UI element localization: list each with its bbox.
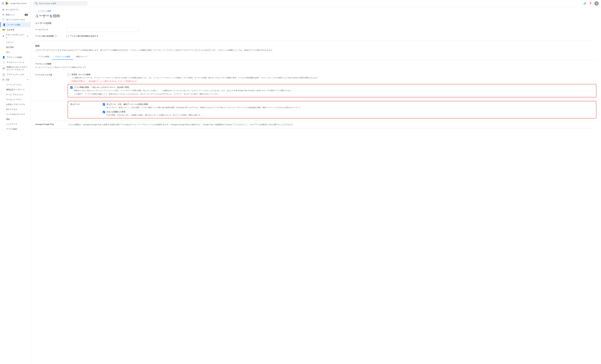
topbar-actions: 🔗 ❓ A xyxy=(583,1,599,6)
highlighted-permissions-box: アプリ情報の閲覧、一括レポートのダウンロード（読み取り専用） 関連付けられた P… xyxy=(68,84,596,97)
access-expiry-checkbox-label: アクセス権の有効期限を設定する xyxy=(70,35,98,38)
order-management-permission-text: 注文と定期購入の管理 注文の閲覧、注文の払い戻し、定期購入の解約。累計売上レポー… xyxy=(107,110,202,116)
sidebar-item-account-detail[interactable]: 👤 アカウントの詳細 xyxy=(0,55,30,60)
order-management-checkbox[interactable] xyxy=(103,111,105,113)
sidebar-item-policy[interactable]: 🛡 ポリシーのステータス xyxy=(0,17,30,22)
help-icon[interactable]: ? xyxy=(55,35,57,37)
app-info-checkbox[interactable] xyxy=(70,86,73,89)
app-access-label: アプリのアクセス権 xyxy=(35,73,64,76)
sidebar-item-label: アクティビティ ログ xyxy=(7,73,24,76)
admin-permission-title: 管理者（すべての権限） xyxy=(71,73,319,76)
user-icon: 👤 xyxy=(3,23,6,26)
sidebar-item-linked-accounts[interactable]: 🔗 関連付けられているデベロッパー アカウント xyxy=(0,65,30,72)
sidebar-item-label: デベロッパー ページ xyxy=(7,61,24,64)
link-icon: 🔗 xyxy=(2,67,5,70)
breadcrumb-arrow: ← xyxy=(35,10,37,12)
sidebar: ☰ Google Play Console ⊞ すべてのアプリ ✉ 受信トレイ … xyxy=(0,0,30,364)
order-management-title: 注文と定期購入の管理 xyxy=(107,110,202,113)
tab-account-permissions[interactable]: アカウントの権限 xyxy=(52,54,73,60)
mgp-desc: これらの権限は、managed Google Play を使用する限定公開アプリ… xyxy=(68,123,596,126)
mgp-label: managed Google Play xyxy=(35,123,64,125)
sales-view-checkbox[interactable] xyxy=(103,103,105,106)
sales-view-permission-text: 売上データ、注文、解約アンケートの回答の閲覧 売上レポート、販売レポート、注文の… xyxy=(107,103,301,109)
logo-text: Google Play Console xyxy=(10,2,27,4)
admin-checkbox[interactable] xyxy=(68,74,70,76)
sidebar-item-activity-log[interactable]: 📋 アクティビティ ログ xyxy=(0,72,30,77)
shield-icon: 🛡 xyxy=(2,19,5,21)
sidebar-item-label: 売上 xyxy=(6,51,10,54)
page-title: ユーザーを招待 xyxy=(35,14,596,18)
sidebar-item-api-access[interactable]: API アクセス xyxy=(0,107,30,112)
logo-area: Google Play Console xyxy=(5,1,27,6)
email-label: メールアドレス xyxy=(35,28,64,31)
tab-permission-groups[interactable]: 権限グループ xyxy=(73,54,90,60)
link-icon[interactable]: 🔗 xyxy=(583,2,586,5)
email-field[interactable] xyxy=(67,27,139,32)
sidebar-item-developer-page[interactable]: 📄 デベロッパー ページ xyxy=(0,60,30,65)
sidebar-item-label: API アクセス xyxy=(6,108,17,111)
sidebar-item-label: ゲーム プロジェクト xyxy=(6,93,24,96)
sidebar-item-users[interactable]: 👤 ユーザーと権限 xyxy=(0,22,30,27)
sidebar-item-label: 価格設定テンプレート xyxy=(6,88,25,91)
access-expiry-row: アクセス権の有効期限 ? アクセス権の有効期限を設定する xyxy=(35,35,596,38)
sidebar-item-price-template[interactable]: 価格設定テンプレート xyxy=(0,87,30,92)
sidebar-item-review[interactable]: レビュー xyxy=(0,40,30,45)
email-row: メールアドレス xyxy=(35,27,596,32)
user-detail-section-title: ユーザーの詳細 xyxy=(35,22,596,25)
sidebar-item-label: ベンチマーク xyxy=(6,123,17,126)
sidebar-item-all-apps[interactable]: ⊞ すべてのアプリ xyxy=(0,7,30,12)
order-management-desc: 注文の閲覧、注文の払い戻し、定期購入の解約。累計売上レポートを閲覧するには「売上… xyxy=(107,114,202,116)
sidebar-item-label: アカウントの詳細 xyxy=(7,56,22,59)
sales-permissions-content: 売上データ、注文、解約アンケートの回答の閲覧 売上レポート、販売レポート、注文の… xyxy=(103,103,301,116)
inbox-badge: 16 xyxy=(25,14,28,16)
sidebar-item-linked-services[interactable]: リンクされたサービス xyxy=(0,112,30,117)
sidebar-item-sales[interactable]: 売上 xyxy=(0,50,30,55)
hamburger-icon[interactable]: ☰ xyxy=(2,2,4,5)
admin-permission-desc: この権限を持つユーザーは、デベロッパー アカウントに対するその他すべての権限を取… xyxy=(71,77,319,79)
sidebar-item-orders[interactable]: 💳 注文管理 xyxy=(0,27,30,32)
sidebar-item-mailing-list[interactable]: メーリング リスト xyxy=(0,82,30,87)
chevron-down-icon: ▾ xyxy=(27,35,28,37)
access-expiry-label: アクセス権の有効期限 ? xyxy=(35,35,64,38)
permission-desc: このユーザーがアクセスできる Play Console のアプリや領域を選択しま… xyxy=(35,49,596,52)
sales-view-desc: 売上レポート、販売レポート、注文の閲覧、ユーザー獲得ページの購入者の指標の閲覧、… xyxy=(107,106,301,109)
sidebar-item-notification[interactable]: 通知 xyxy=(0,117,30,122)
breadcrumb[interactable]: ← ユーザーと権限 xyxy=(35,10,596,12)
search-box[interactable]: 🔍 xyxy=(33,1,88,6)
help-icon[interactable]: ❓ xyxy=(589,2,592,5)
account-permission-title: アカウントの権限 xyxy=(35,63,596,65)
sidebar-item-app-migration[interactable]: アプリの移行 xyxy=(0,127,30,132)
inbox-icon: ✉ xyxy=(2,13,4,16)
sidebar-item-label: 通知 xyxy=(6,118,10,120)
access-expiry-checkbox[interactable] xyxy=(67,35,69,37)
sales-data-highlighted-box: 売上データ 売上データ、注文、解約アンケートの回答の閲覧 売上レポート、販売レポ… xyxy=(68,101,596,118)
account-permission-subtitle: デベロッパー アカウント内のすべてのアプリの権限を付与します xyxy=(35,66,596,69)
sidebar-item-label: 受信トレイ xyxy=(6,13,15,16)
app-info-permission-text: アプリ情報の閲覧、一括レポートのダウンロード（読み取り専用） 関連付けられた P… xyxy=(74,86,293,95)
sidebar-item-label: 注文管理 xyxy=(7,29,14,31)
sidebar-item-inbox[interactable]: ✉ 受信トレイ 16 xyxy=(0,12,30,17)
sidebar-item-report-download[interactable]: ⬇ レポートのダウンロード ▾ xyxy=(0,32,30,40)
sidebar-item-license-test[interactable]: ライセンス テスト xyxy=(0,97,30,102)
sales-view-title: 売上データ、注文、解約アンケートの回答の閲覧 xyxy=(107,103,301,106)
account-icon: 👤 xyxy=(2,56,5,59)
sidebar-item-game-project[interactable]: ゲーム プロジェクト xyxy=(0,92,30,97)
avatar[interactable]: A xyxy=(594,1,599,6)
sidebar-item-settings[interactable]: ⚙ 設定 ▾ xyxy=(0,77,30,82)
sidebar-item-statistics[interactable]: 統計情報 xyxy=(0,45,30,50)
gear-icon: ⚙ xyxy=(2,78,4,81)
order-management-permission-item: 注文と定期購入の管理 注文の閲覧、注文の払い戻し、定期購入の解約。累計売上レポー… xyxy=(103,110,301,116)
chevron-down-icon: ▾ xyxy=(27,79,28,81)
tab-app-permissions[interactable]: アプリの権限 xyxy=(35,54,52,60)
search-input[interactable] xyxy=(39,2,86,4)
credit-card-icon: 💳 xyxy=(2,29,5,31)
sidebar-item-label: ユーザーと権限 xyxy=(7,23,20,26)
sidebar-item-label: お支払いプロファイル xyxy=(6,103,25,106)
admin-permission-text: 管理者（すべての権限） この権限を持つユーザーは、デベロッパー アカウントに対す… xyxy=(71,73,319,82)
app-info-permission-title: アプリ情報の閲覧、一括レポートのダウンロード（読み取り専用） xyxy=(74,86,293,89)
sidebar-item-label: メーリング リスト xyxy=(6,83,22,86)
sidebar-item-benchmark[interactable]: ベンチマーク xyxy=(0,122,30,127)
sidebar-item-payment-profile[interactable]: お支払いプロファイル xyxy=(0,102,30,107)
sidebar-item-label: ポリシーのステータス xyxy=(6,19,25,21)
managed-google-play-row: managed Google Play これらの権限は、managed Goog… xyxy=(35,121,596,129)
